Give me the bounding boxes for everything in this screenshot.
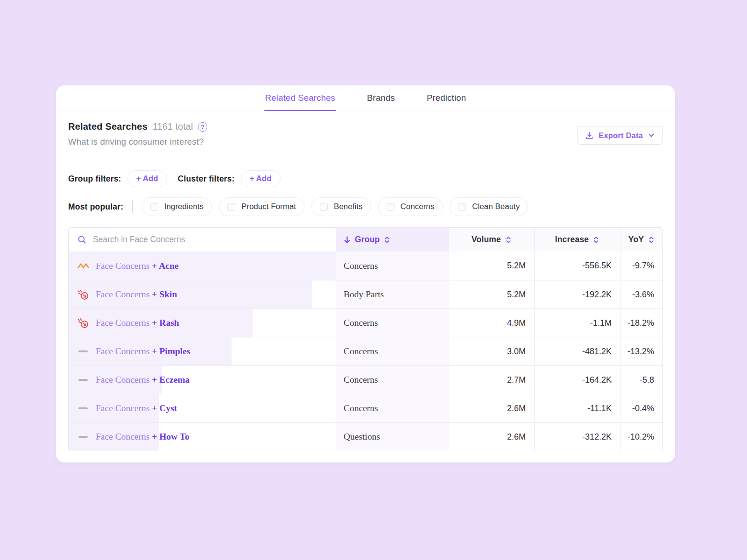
subtitle: What is driving consumer interest? [68,137,663,147]
filters-section: Group filters: + Add Cluster filters: + … [56,159,675,216]
checkbox[interactable] [320,203,328,211]
flat-trend-icon [77,436,90,438]
term-prefix: Face Concerns [96,403,149,413]
volume-column-label: Volume [472,235,501,245]
sort-icon [593,236,599,244]
yoy-column-label: YoY [628,235,644,245]
filter-pill-concerns[interactable]: Concerns [378,197,443,216]
export-data-label: Export Data [599,131,643,140]
export-data-button[interactable]: Export Data [577,126,663,145]
table-row: Face Concerns+ AcneConcerns5.2M-556.5K-9… [69,252,662,280]
table-header-row: Group Volume Increase YoY [69,228,662,252]
term-prefix: Face Concerns [96,346,149,356]
search-term-cell: Face Concerns+ Acne [69,252,336,280]
yoy-column-header[interactable]: YoY [620,228,662,252]
term-keyword: + Pimples [152,346,190,356]
section-header: Related Searches 1161 total ? What is dr… [56,111,675,159]
yoy-cell: -13.2% [620,337,662,365]
search-term-link[interactable]: Face Concerns+ Rash [96,318,179,328]
sort-icon [505,236,512,244]
volume-cell: 2.7M [449,366,535,394]
tab-related-searches[interactable]: Related Searches [264,85,336,111]
table-row: Face Concerns+ RashConcerns4.9M-1.1M-18.… [69,308,662,337]
yoy-cell: -9.7% [620,252,662,280]
total-count: 1161 total [153,121,193,132]
filter-pill-label: Ingredients [164,202,204,211]
chevron-down-icon [648,132,655,139]
term-keyword: + Eczema [152,375,190,385]
filter-pill-ingredients[interactable]: Ingredients [142,197,212,216]
checkbox[interactable] [458,203,466,211]
table-row: Face Concerns+ EczemaConcerns2.7M-164.2K… [69,365,662,394]
search-term-link[interactable]: Face Concerns+ Skin [96,289,177,300]
filter-pill-clean-beauty[interactable]: Clean Beauty [450,197,528,216]
increase-column-header[interactable]: Increase [535,228,620,252]
checkbox[interactable] [150,203,158,211]
group-filters-label: Group filters: [68,174,121,184]
checkbox[interactable] [387,203,395,211]
page-title: Related Searches [68,121,148,132]
filter-pill-product-format[interactable]: Product Format [219,197,304,216]
search-term-cell: Face Concerns+ Cyst [69,394,336,422]
filter-pill-benefits[interactable]: Benefits [311,197,371,216]
group-column-header[interactable]: Group [336,228,449,252]
group-column-label: Group [355,235,380,245]
yoy-cell: -3.6% [620,280,662,308]
falling-fast-icon [77,289,90,301]
cluster-filters-label: Cluster filters: [178,174,235,184]
volume-cell: 2.6M [449,394,535,422]
checkbox[interactable] [227,203,235,211]
download-icon [585,131,594,140]
vertical-divider [132,200,133,213]
tab-prediction[interactable]: Prediction [426,85,467,111]
help-icon[interactable]: ? [198,122,207,132]
group-cell: Questions [336,423,449,451]
term-prefix: Face Concerns [96,432,149,441]
volume-cell: 5.2M [449,252,535,280]
group-filters-add-button[interactable]: + Add [127,170,167,187]
increase-cell: -11.1K [535,394,620,422]
volume-cell: 2.6M [449,423,535,451]
related-searches-table: Group Volume Increase YoY [68,227,663,451]
flat-trend-icon [77,407,90,410]
volatility-icon [77,262,90,270]
yoy-cell: -18.2% [620,309,662,337]
volume-cell: 4.9M [449,309,535,337]
cluster-filters-add-button[interactable]: + Add [241,170,281,187]
volume-column-header[interactable]: Volume [449,228,535,252]
table-body: Face Concerns+ AcneConcerns5.2M-556.5K-9… [69,252,662,451]
term-prefix: Face Concerns [96,318,149,328]
falling-fast-icon [77,317,90,329]
table-row: Face Concerns+ PimplesConcerns3.0M-481.2… [69,337,662,365]
main-panel: Related SearchesBrandsPrediction Related… [56,85,675,462]
increase-cell: -192.2K [535,280,620,308]
category-pills: IngredientsProduct FormatBenefitsConcern… [142,197,529,216]
group-cell: Concerns [336,252,449,280]
search-term-cell: Face Concerns+ Eczema [69,366,336,394]
search-term-link[interactable]: Face Concerns+ Pimples [96,346,190,357]
increase-cell: -312.2K [535,423,620,451]
search-icon [77,235,87,245]
tab-bar: Related SearchesBrandsPrediction [56,85,675,111]
group-cell: Concerns [336,337,449,365]
term-keyword: + Acne [152,261,178,271]
search-term-link[interactable]: Face Concerns+ How To [96,432,190,442]
filter-pill-label: Clean Beauty [472,202,520,211]
sort-direction-arrow-down-icon [343,236,351,244]
search-term-cell: Face Concerns+ Pimples [69,337,336,365]
search-term-link[interactable]: Face Concerns+ Acne [96,261,179,271]
search-term-link[interactable]: Face Concerns+ Eczema [96,375,190,385]
term-keyword: + How To [152,432,189,441]
term-keyword: + Rash [152,318,179,328]
filter-pill-label: Concerns [401,202,435,211]
increase-cell: -556.5K [535,252,620,280]
table-row: Face Concerns+ CystConcerns2.6M-11.1K-0.… [69,394,662,422]
increase-cell: -1.1M [535,309,620,337]
tab-brands[interactable]: Brands [366,85,396,111]
yoy-cell: -5.8 [620,366,662,394]
search-input[interactable] [93,235,336,245]
term-prefix: Face Concerns [96,375,149,385]
term-keyword: + Cyst [152,403,177,413]
search-term-link[interactable]: Face Concerns+ Cyst [96,403,177,413]
increase-cell: -164.2K [535,366,620,394]
